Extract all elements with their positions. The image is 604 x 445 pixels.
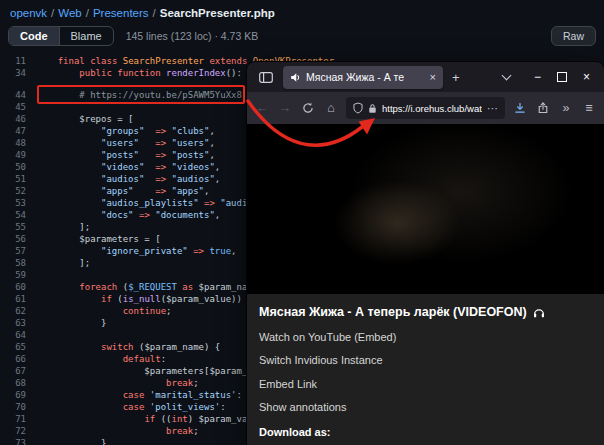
line-number[interactable]: 63 <box>0 317 36 329</box>
breadcrumb-dir-link-presenters[interactable]: Presenters <box>93 7 149 19</box>
line-number[interactable]: 47 <box>0 125 36 137</box>
line-number[interactable]: 64 <box>0 329 36 341</box>
code-tab[interactable]: Code <box>9 27 59 45</box>
minimize-button[interactable]: − <box>534 70 541 84</box>
code-text: case 'marital_status': <box>36 389 242 401</box>
raw-button[interactable]: Raw <box>551 26 596 46</box>
url-bar[interactable]: https://i.orehus.club/wat ⋯ <box>346 97 505 119</box>
line-number[interactable]: 51 <box>0 173 36 185</box>
video-title-text: Мясная Жижа - А теперь ларёк (VIDEOFON) <box>259 305 527 319</box>
line-number[interactable]: 56 <box>0 233 36 245</box>
line-number[interactable]: 50 <box>0 161 36 173</box>
file-toolbar: Code Blame 145 lines (123 loc) · 4.73 KB… <box>8 25 596 47</box>
line-number[interactable]: 11 <box>0 55 36 67</box>
code-text: # https://youtu.be/pSAWM5YuXx8 <box>36 89 242 101</box>
breadcrumb: openvk / Web / Presenters / SearchPresen… <box>0 0 604 22</box>
forward-button[interactable]: → <box>277 101 293 115</box>
toolbar-overflow-icon[interactable]: » <box>558 101 574 115</box>
close-window-button[interactable]: × <box>583 70 590 84</box>
code-text: $parameters[$param_name] <box>36 365 274 377</box>
line-number[interactable]: 61 <box>0 293 36 305</box>
browser-tab-bar: Мясная Жижа - А те × + − × <box>247 62 604 92</box>
code-text: "videos" => "videos", <box>36 161 220 173</box>
code-text: ]; <box>36 221 90 233</box>
code-text: "groups" => "clubs", <box>36 125 215 137</box>
code-text: } <box>36 317 106 329</box>
line-number[interactable]: 45 <box>0 101 36 113</box>
new-tab-button[interactable]: + <box>449 70 463 85</box>
maximize-button[interactable] <box>557 72 567 82</box>
line-number[interactable]: 48 <box>0 137 36 149</box>
video-player[interactable] <box>247 124 604 294</box>
video-title: Мясная Жижа - А теперь ларёк (VIDEOFON) <box>259 305 592 319</box>
line-number[interactable]: 49 <box>0 149 36 161</box>
code-text: "posts" => "posts", <box>36 149 215 161</box>
line-number[interactable]: 59 <box>0 269 36 281</box>
line-number[interactable]: 65 <box>0 341 36 353</box>
line-number[interactable]: 54 <box>0 209 36 221</box>
code-text: ]; <box>36 257 90 269</box>
line-number[interactable]: 55 <box>0 221 36 233</box>
download-as-label: Download as: <box>259 426 592 438</box>
audio-playing-icon[interactable] <box>290 72 301 83</box>
browser-window: Мясная Жижа - А те × + − × ← → ⌂ <box>247 62 604 445</box>
video-page-link[interactable]: Show annotations <box>259 401 592 413</box>
code-text: default: <box>36 353 166 365</box>
breadcrumb-filename: SearchPresenter.php <box>160 7 275 19</box>
firefox-view-icon[interactable] <box>255 67 277 87</box>
line-number[interactable]: 66 <box>0 353 36 365</box>
breadcrumb-separator: / <box>153 7 156 19</box>
list-tabs-chevron-icon[interactable] <box>502 71 512 81</box>
video-page-link[interactable]: Watch on YouTube (Embed) <box>259 331 592 343</box>
video-links: Watch on YouTube (Embed)Switch Invidious… <box>259 331 592 414</box>
share-icon[interactable] <box>535 102 551 114</box>
line-number[interactable]: 73 <box>0 437 36 445</box>
line-number[interactable]: 72 <box>0 425 36 437</box>
code-text: foreach ($_REQUEST as $param_name => <box>36 281 274 293</box>
line-number[interactable]: 71 <box>0 413 36 425</box>
code-text: case 'polit_views': <box>36 401 226 413</box>
line-number[interactable]: 70 <box>0 401 36 413</box>
downloads-icon[interactable] <box>512 102 528 114</box>
line-number[interactable]: 34 <box>0 67 36 79</box>
code-text: $repos = [ <box>36 113 134 125</box>
home-icon[interactable]: ⌂ <box>323 101 339 115</box>
code-text: "docs" => "documents", <box>36 209 220 221</box>
line-number[interactable]: 68 <box>0 377 36 389</box>
code-text: "users" => "users", <box>36 137 215 149</box>
code-text: break; <box>36 425 199 437</box>
lock-icon <box>368 103 377 114</box>
code-text: if ((int) $param_value = <box>36 413 274 425</box>
screen: openvk / Web / Presenters / SearchPresen… <box>0 0 604 445</box>
tab-close-icon[interactable]: × <box>430 71 436 83</box>
code-text: "apps" => "apps", <box>36 185 209 197</box>
video-page: Мясная Жижа - А теперь ларёк (VIDEOFON) … <box>247 294 604 445</box>
browser-content: Мясная Жижа - А теперь ларёк (VIDEOFON) … <box>247 124 604 445</box>
reload-icon[interactable] <box>300 102 316 114</box>
line-number[interactable]: 57 <box>0 245 36 257</box>
tab-title: Мясная Жижа - А те <box>306 71 425 83</box>
breadcrumb-separator: / <box>51 7 54 19</box>
browser-tab[interactable]: Мясная Жижа - А те × <box>283 66 443 89</box>
video-page-link[interactable]: Embed Link <box>259 378 592 390</box>
file-meta: 145 lines (123 loc) · 4.73 KB <box>126 30 259 42</box>
back-button[interactable]: ← <box>254 101 270 115</box>
line-number[interactable]: 62 <box>0 305 36 317</box>
breadcrumb-dir-link-web[interactable]: Web <box>58 7 81 19</box>
line-number[interactable]: 58 <box>0 257 36 269</box>
code-text: switch ($param_name) { <box>36 341 220 353</box>
video-page-link[interactable]: Switch Invidious Instance <box>259 354 592 366</box>
breadcrumb-separator: / <box>86 7 89 19</box>
line-number[interactable]: 69 <box>0 389 36 401</box>
line-number[interactable]: 46 <box>0 113 36 125</box>
blame-tab[interactable]: Blame <box>59 27 113 45</box>
shield-icon[interactable] <box>353 102 363 114</box>
line-number[interactable]: 60 <box>0 281 36 293</box>
menu-icon[interactable]: ≡ <box>581 101 597 115</box>
url-overflow-icon[interactable]: ⋯ <box>487 102 498 115</box>
breadcrumb-repo-link[interactable]: openvk <box>10 7 47 19</box>
line-number[interactable]: 44 <box>0 89 36 101</box>
line-number[interactable]: 67 <box>0 365 36 377</box>
line-number[interactable]: 53 <box>0 197 36 209</box>
line-number[interactable]: 52 <box>0 185 36 197</box>
